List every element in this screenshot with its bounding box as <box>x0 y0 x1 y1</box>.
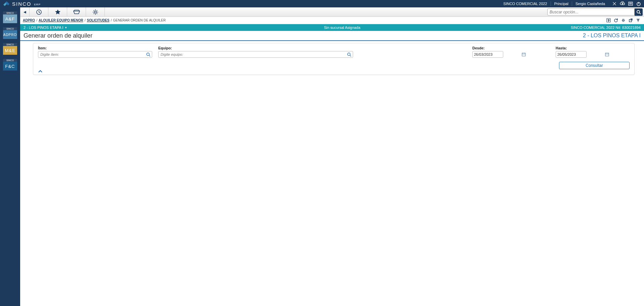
brand-sub: ERP <box>34 3 41 6</box>
main-area: ◀ ADPRO / ALQUILER EQUIPO MENOR / SOLICI… <box>20 7 644 306</box>
collapse-top-icon[interactable] <box>636 18 641 23</box>
search-icon[interactable] <box>345 52 353 57</box>
equipo-label: Equipo: <box>158 46 353 50</box>
popout-icon[interactable] <box>629 18 634 23</box>
field-desde: Desde: <box>472 46 550 58</box>
equipo-input[interactable] <box>159 52 345 56</box>
page-title: Generar orden de alquiler <box>24 32 92 39</box>
module-sidebar: SINCO A&F SINCO ADPRO SINCO M&E SINCO F&… <box>0 7 20 306</box>
hasta-label: Hasta: <box>556 46 630 50</box>
equipo-combo[interactable] <box>158 51 353 58</box>
brand: SINCO ERP <box>3 1 41 7</box>
context-branch: Sin sucursal Asignada <box>40 26 644 30</box>
context-bar: 2 - LOS PINOS ETAPA I ▼ Sin sucursal Asi… <box>20 24 644 31</box>
module-sup: SINCO <box>3 43 17 46</box>
svg-point-9 <box>146 53 149 55</box>
svg-rect-12 <box>605 53 609 56</box>
refresh-icon[interactable] <box>614 18 619 23</box>
svg-text:?: ? <box>608 19 609 22</box>
module-me[interactable]: SINCO M&E <box>3 43 17 55</box>
brand-logo-icon <box>3 1 10 6</box>
module-sup: SINCO <box>3 11 17 14</box>
module-adpro[interactable]: SINCO ADPRO <box>3 27 17 39</box>
toolbar-inbox-button[interactable] <box>67 7 86 16</box>
desde-input[interactable] <box>473 52 522 56</box>
hasta-date[interactable] <box>556 51 587 58</box>
crumb-alquiler[interactable]: ALQUILER EQUIPO MENOR <box>39 18 83 22</box>
item-combo[interactable] <box>38 51 152 58</box>
module-label: M&E <box>3 46 17 55</box>
chevron-down-icon: ▼ <box>65 26 67 29</box>
svg-rect-11 <box>522 53 525 56</box>
module-label: F&C <box>3 62 17 71</box>
crumb-current: GENERAR ORDEN DE ALQUILER <box>113 18 166 22</box>
hasta-input[interactable] <box>556 52 605 56</box>
item-label: Ítem: <box>38 46 152 50</box>
help-cloud-icon[interactable]: ? <box>620 1 625 6</box>
svg-point-10 <box>347 53 350 55</box>
field-hasta: Hasta: <box>556 46 630 58</box>
consultar-button[interactable]: Consultar <box>559 62 630 69</box>
breadcrumb: ADPRO / ALQUILER EQUIPO MENOR / SOLICITU… <box>20 17 644 24</box>
global-search-button[interactable] <box>635 8 643 16</box>
field-equipo: Equipo: <box>158 46 353 58</box>
crumb-adpro[interactable]: ADPRO <box>23 18 35 22</box>
module-sup: SINCO <box>3 59 17 62</box>
toolbar-settings-button[interactable] <box>86 7 105 16</box>
header-role[interactable]: Principal <box>551 1 572 6</box>
app-header: SINCO ERP SINCO COMERCIAL 2022 Principal… <box>0 0 644 7</box>
item-input[interactable] <box>38 52 144 56</box>
page-title-row: Generar orden de alquiler 2 - LOS PINOS … <box>20 31 644 41</box>
header-user[interactable]: Sergio Castañeda <box>572 1 608 6</box>
global-search-input[interactable] <box>548 9 634 15</box>
toolbar-favorites-button[interactable] <box>48 7 67 16</box>
collapse-panel-button[interactable] <box>38 70 630 73</box>
toolbar: ◀ <box>20 7 644 17</box>
svg-point-5 <box>637 10 640 13</box>
help-icon[interactable]: ? <box>606 18 612 23</box>
filter-panel: Ítem: Equipo: Desd <box>33 43 635 75</box>
svg-rect-1 <box>629 2 633 5</box>
desde-label: Desde: <box>472 46 550 50</box>
context-company-nit: SINCO COMERCIAL 2022 Nit: 830021894 <box>571 26 641 30</box>
tasks-icon[interactable] <box>628 1 633 6</box>
svg-text:?: ? <box>622 2 623 5</box>
calendar-icon[interactable] <box>605 52 609 56</box>
brand-name: SINCO <box>12 1 32 7</box>
header-right: SINCO COMERCIAL 2022 Principal Sergio Ca… <box>500 1 641 6</box>
toolbar-recent-button[interactable] <box>30 7 48 16</box>
module-sup: SINCO <box>3 27 17 30</box>
context-project-label: 2 - LOS PINOS ETAPA I <box>24 26 63 30</box>
power-icon[interactable] <box>636 1 641 6</box>
crumb-solicitudes[interactable]: SOLICITUDES <box>87 18 109 22</box>
calendar-icon[interactable] <box>522 52 526 56</box>
toolbar-back-button[interactable]: ◀ <box>20 7 30 16</box>
module-label: ADPRO <box>3 30 17 39</box>
module-af[interactable]: SINCO A&F <box>3 11 17 23</box>
module-fc[interactable]: SINCO F&C <box>3 59 17 71</box>
module-label: A&F <box>3 14 17 23</box>
global-search[interactable] <box>547 8 635 15</box>
context-project-selector[interactable]: 2 - LOS PINOS ETAPA I ▼ <box>24 26 67 30</box>
field-item: Ítem: <box>38 46 152 58</box>
svg-point-4 <box>94 11 96 13</box>
split-icon[interactable] <box>621 18 627 23</box>
header-company: SINCO COMERCIAL 2022 <box>500 1 550 6</box>
search-icon[interactable] <box>144 52 152 57</box>
tools-icon[interactable] <box>612 1 617 6</box>
desde-date[interactable] <box>472 51 503 58</box>
page-context: 2 - LOS PINOS ETAPA I <box>583 33 641 39</box>
